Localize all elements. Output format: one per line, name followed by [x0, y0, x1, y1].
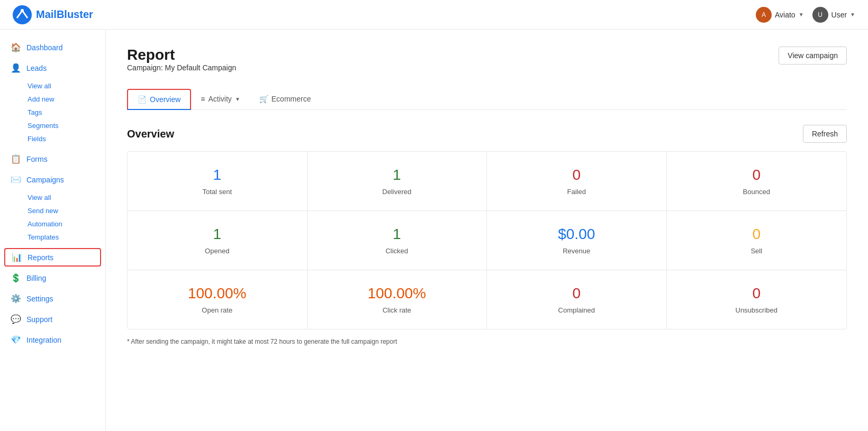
billing-icon: 💲	[11, 273, 21, 283]
stat-open-rate-label: Open rate	[202, 306, 232, 314]
main-content: Report Campaign: My Default Campaign Vie…	[106, 30, 868, 431]
sidebar-section-leads: 👤 Leads View all Add new Tags Segments F…	[0, 59, 105, 148]
page-title: Report	[127, 47, 236, 63]
stat-failed-label: Failed	[567, 188, 586, 196]
leads-view-all[interactable]: View all	[23, 79, 105, 93]
leads-tags[interactable]: Tags	[23, 106, 105, 119]
stat-opened-label: Opened	[205, 247, 229, 255]
stat-delivered: 1 Delivered	[308, 152, 487, 210]
stat-opened-value: 1	[213, 226, 221, 243]
sidebar-section-integration: 💎 Integration	[0, 331, 105, 349]
sidebar-item-label-integration: Integration	[26, 336, 61, 344]
sidebar-item-label-reports: Reports	[28, 253, 53, 262]
user-account[interactable]: U User ▼	[812, 7, 855, 23]
stat-unsubscribed-label: Unsubscribed	[736, 306, 778, 314]
stat-total-sent-label: Total sent	[202, 188, 232, 196]
stat-total-sent: 1 Total sent	[128, 152, 308, 210]
ecommerce-tab-icon: 🛒	[259, 95, 268, 103]
stat-click-rate-label: Click rate	[383, 306, 411, 314]
sidebar: 🏠 Dashboard 👤 Leads View all Add new Tag…	[0, 30, 106, 431]
activity-tab-icon: ≡	[201, 95, 205, 103]
stats-row-2: 1 Opened 1 Clicked $0.00 Revenue 0 Sell	[128, 210, 846, 270]
tabs: 📄 Overview ≡ Activity ▼ 🛒 Ecommerce	[127, 89, 847, 110]
sidebar-item-label-dashboard: Dashboard	[26, 43, 63, 52]
leads-segments[interactable]: Segments	[23, 119, 105, 132]
header: MailBluster A Aviato ▼ U User ▼	[0, 0, 868, 30]
user-name: User	[831, 11, 847, 19]
stat-complained: 0 Complained	[487, 270, 667, 329]
logo-icon	[13, 5, 32, 24]
campaigns-templates[interactable]: Templates	[23, 231, 105, 244]
stat-open-rate: 100.00% Open rate	[128, 270, 308, 329]
stat-click-rate: 100.00% Click rate	[308, 270, 487, 329]
sidebar-section-campaigns: ✉️ Campaigns View all Send new Automatio…	[0, 170, 105, 246]
stat-opened: 1 Opened	[128, 211, 308, 270]
tab-activity[interactable]: ≡ Activity ▼	[191, 89, 249, 110]
forms-icon: 📋	[11, 154, 21, 164]
overview-tab-icon: 📄	[138, 95, 147, 104]
sidebar-item-campaigns[interactable]: ✉️ Campaigns	[0, 170, 105, 189]
sidebar-item-leads[interactable]: 👤 Leads	[0, 59, 105, 77]
sidebar-item-forms[interactable]: 📋 Forms	[0, 150, 105, 168]
org-account[interactable]: A Aviato ▼	[756, 7, 804, 23]
stat-open-rate-value: 100.00%	[188, 285, 247, 302]
activity-chevron-icon: ▼	[235, 96, 240, 102]
reports-icon: 📊	[12, 252, 22, 262]
sidebar-item-dashboard[interactable]: 🏠 Dashboard	[0, 38, 105, 57]
stat-unsubscribed-value: 0	[752, 285, 761, 302]
stat-revenue-value: $0.00	[558, 226, 595, 243]
campaigns-view-all[interactable]: View all	[23, 191, 105, 204]
leads-fields[interactable]: Fields	[23, 132, 105, 145]
sidebar-item-label-billing: Billing	[26, 274, 46, 282]
leads-submenu: View all Add new Tags Segments Fields	[0, 77, 105, 148]
sidebar-item-settings[interactable]: ⚙️ Settings	[0, 289, 105, 308]
logo-text: MailBluster	[36, 8, 93, 21]
leads-icon: 👤	[11, 63, 21, 73]
sidebar-section-reports: 📊 Reports	[0, 248, 105, 267]
tab-ecommerce[interactable]: 🛒 Ecommerce	[250, 89, 321, 110]
stat-total-sent-value: 1	[213, 167, 221, 184]
leads-add-new[interactable]: Add new	[23, 93, 105, 106]
sidebar-item-label-campaigns: Campaigns	[26, 176, 64, 184]
stat-clicked-value: 1	[393, 226, 401, 243]
stats-row-3: 100.00% Open rate 100.00% Click rate 0 C…	[128, 270, 846, 329]
stats-row-1: 1 Total sent 1 Delivered 0 Failed 0 Boun…	[128, 152, 846, 210]
tab-overview[interactable]: 📄 Overview	[127, 89, 191, 110]
stat-click-rate-value: 100.00%	[367, 285, 426, 302]
view-campaign-button[interactable]: View campaign	[779, 47, 847, 65]
integration-icon: 💎	[11, 335, 21, 345]
overview-section-header: Overview Refresh	[127, 125, 847, 143]
refresh-button[interactable]: Refresh	[803, 125, 847, 143]
stat-delivered-value: 1	[393, 167, 401, 184]
sidebar-section-support: 💬 Support	[0, 310, 105, 328]
sidebar-item-reports[interactable]: 📊 Reports	[4, 248, 101, 267]
tab-overview-label: Overview	[150, 95, 180, 104]
sidebar-item-support[interactable]: 💬 Support	[0, 310, 105, 328]
sidebar-item-label-support: Support	[26, 315, 52, 324]
sidebar-item-billing[interactable]: 💲 Billing	[0, 269, 105, 287]
campaigns-automation[interactable]: Automation	[23, 217, 105, 231]
layout: 🏠 Dashboard 👤 Leads View all Add new Tag…	[0, 30, 868, 431]
settings-icon: ⚙️	[11, 294, 21, 304]
stat-sell-label: Sell	[751, 247, 762, 255]
stat-revenue-label: Revenue	[563, 247, 590, 255]
page-subtitle: Campaign: My Default Campaign	[127, 63, 236, 72]
sidebar-item-label-settings: Settings	[26, 295, 53, 303]
stat-complained-value: 0	[572, 285, 581, 302]
sidebar-item-label-forms: Forms	[26, 155, 48, 163]
stat-delivered-label: Delivered	[382, 188, 411, 196]
sidebar-section-forms: 📋 Forms	[0, 150, 105, 168]
sidebar-item-integration[interactable]: 💎 Integration	[0, 331, 105, 349]
user-avatar: U	[812, 7, 828, 23]
org-avatar: A	[756, 7, 772, 23]
campaigns-submenu: View all Send new Automation Templates	[0, 189, 105, 246]
campaigns-send-new[interactable]: Send new	[23, 204, 105, 217]
overview-title: Overview	[127, 128, 174, 140]
dashboard-icon: 🏠	[11, 42, 21, 52]
logo: MailBluster	[13, 5, 93, 24]
page-title-area: Report Campaign: My Default Campaign	[127, 47, 236, 85]
stat-sell-value: 0	[752, 226, 761, 243]
stat-bounced: 0 Bounced	[667, 152, 847, 210]
footnote: * After sending the campaign, it might t…	[127, 338, 847, 345]
stat-complained-label: Complained	[558, 306, 595, 314]
